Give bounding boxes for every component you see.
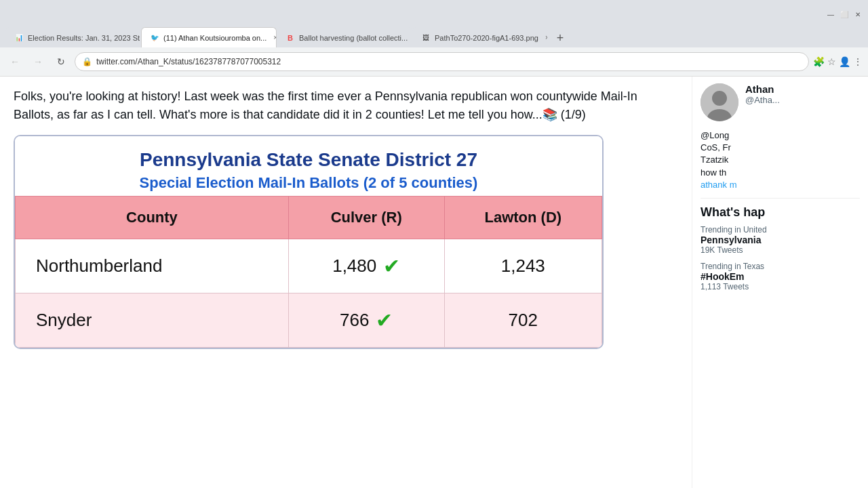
lawton-cell-northumberland: 1,243 [444,239,601,293]
address-bar: ← → ↻ 🔒 twitter.com/Athan_K/status/16237… [0,47,868,76]
win-checkmark-northumberland: ✔ [383,254,400,278]
main-content: Folks, you're looking at history! Last w… [0,77,692,488]
menu-icon[interactable]: ⋮ [853,56,863,67]
tab-ballot-harvesting[interactable]: B Ballot harvesting (ballot collecti... … [277,27,412,47]
trend-name-hookem: #HookEm [701,271,860,282]
window-controls: — ⬜ ✕ [826,9,863,19]
tab-twitter-athan[interactable]: 🐦 (11) Athan Koutsiouromba on... × [141,27,277,47]
whats-happening-title: What's hap [701,205,860,220]
tab-favicon-1: 📊 [14,33,24,43]
tab-favicon-3: B [285,33,295,43]
col-header-county: County [16,196,289,239]
county-cell-northumberland: Northumberland [16,239,289,293]
win-checkmark-snyder: ✔ [376,308,393,332]
culver-cell-northumberland: 1,480 ✔ [288,239,444,293]
tweet-body: Folks, you're looking at history! Last w… [0,77,692,349]
tab-favicon-2: 🐦 [150,33,159,43]
table-title-section: Pennsylvania State Senate District 27 Sp… [15,136,602,196]
tab-close-4[interactable]: × [542,33,548,43]
right-sidebar: Athan @Atha... @Long CoS, Fr Tzatzik how… [692,77,868,488]
table-title-sub: Special Election Mail-In Ballots (2 of 5… [22,174,595,192]
lawton-cell-snyder: 702 [444,293,601,347]
url-bar[interactable]: 🔒 twitter.com/Athan_K/status/16237877870… [75,52,809,71]
profile-info: Athan @Atha... [745,83,860,121]
trend-item-pennsylvania[interactable]: Trending in United Pennsylvania 19K Twee… [701,225,860,255]
culver-cell-snyder: 766 ✔ [288,293,444,347]
election-data-table: County Culver (R) Lawton (D) Northumberl… [15,196,602,348]
tab-label-4: PathTo270-2020-figA1-693.png [435,34,538,42]
bookmark-icon[interactable]: ☆ [827,56,836,67]
col-header-lawton: Lawton (D) [444,196,601,239]
title-bar: — ⬜ ✕ [0,0,868,24]
tab-label-2: (11) Athan Koutsiouromba on... [163,34,267,42]
minimize-button[interactable]: — [826,9,835,19]
election-table-card: Pennsylvania State Senate District 27 Sp… [14,135,604,349]
profile-bio: @Long CoS, Fr Tzatzik how th athank m [701,129,860,191]
trend-count-hookem: 1,113 Tweets [701,282,860,291]
trend-context-pennsylvania: Trending in United [701,225,860,235]
table-row: Snyder 766 ✔ 702 [16,293,602,347]
maximize-button[interactable]: ⬜ [840,9,849,19]
table-header-row: County Culver (R) Lawton (D) [16,196,602,239]
lock-icon: 🔒 [82,57,92,66]
tab-favicon-4: 🖼 [421,33,431,43]
table-title-main: Pennsylvania State Senate District 27 [22,148,595,171]
profile-name: Athan [745,83,860,95]
tab-pathto270[interactable]: 🖼 PathTo270-2020-figA1-693.png × [412,27,548,47]
culver-value-northumberland: 1,480 ✔ [300,254,433,278]
trend-name-pennsylvania: Pennsylvania [701,235,860,245]
browser-chrome: — ⬜ ✕ 📊 Election Results: Jan. 31, 2023 … [0,0,868,77]
trend-context-hookem: Trending in Texas [701,262,860,271]
sidebar-divider [701,198,860,199]
table-row: Northumberland 1,480 ✔ 1,243 [16,239,602,293]
close-button[interactable]: ✕ [853,9,863,19]
extensions-icon[interactable]: 🧩 [813,56,825,67]
back-button[interactable]: ← [5,52,24,71]
profile-section: Athan @Atha... [701,83,860,121]
tab-label-1: Election Results: Jan. 31, 2023 St... [28,34,141,42]
tab-label-3: Ballot harvesting (ballot collecti... [299,34,408,42]
profile-link[interactable]: athank m [701,180,737,190]
trend-count-pennsylvania: 19K Tweets [701,245,860,255]
tab-close-2[interactable]: × [271,33,277,43]
profile-icon[interactable]: 👤 [839,56,850,67]
page-layout: Folks, you're looking at history! Last w… [0,77,868,488]
reload-button[interactable]: ↻ [52,52,71,71]
trend-item-hookem[interactable]: Trending in Texas #HookEm 1,113 Tweets [701,262,860,291]
new-tab-button[interactable]: + [551,28,570,47]
county-cell-snyder: Snyder [16,293,289,347]
url-text: twitter.com/Athan_K/status/1623787787077… [96,57,802,66]
tab-election-results[interactable]: 📊 Election Results: Jan. 31, 2023 St... … [5,27,141,47]
forward-button[interactable]: → [28,52,47,71]
address-bar-icons: 🧩 ☆ 👤 ⋮ [813,56,863,67]
avatar [701,83,738,121]
culver-value-snyder: 766 ✔ [300,308,433,332]
tweet-text: Folks, you're looking at history! Last w… [14,87,678,124]
tabs-bar: 📊 Election Results: Jan. 31, 2023 St... … [0,24,868,47]
svg-point-1 [712,91,727,106]
profile-handle: @Atha... [745,95,860,105]
col-header-culver: Culver (R) [288,196,444,239]
